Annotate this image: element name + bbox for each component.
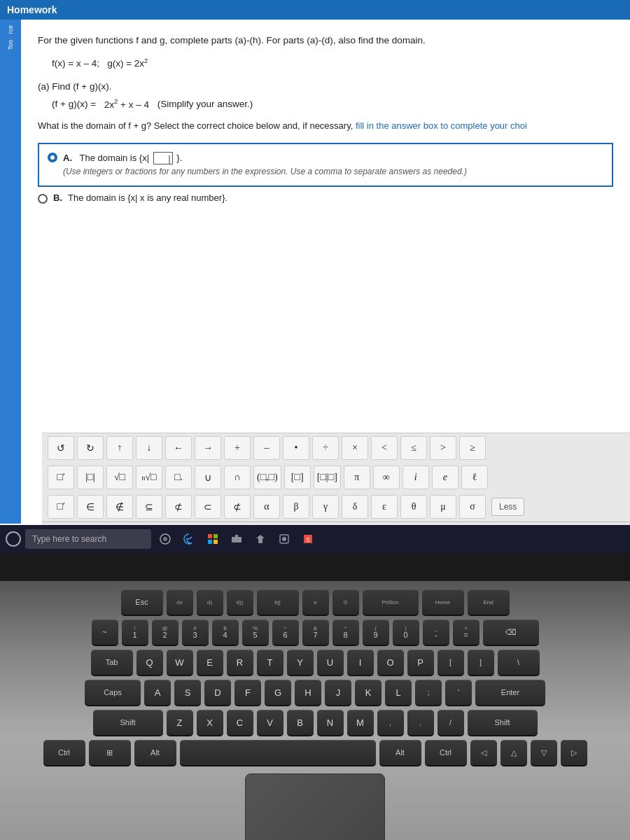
taskbar-cortana-icon[interactable] <box>155 529 175 549</box>
key-mu[interactable]: μ <box>430 495 456 519</box>
key-left[interactable]: ← <box>165 436 192 460</box>
key-minus[interactable]: – <box>253 436 280 460</box>
kb-key-play[interactable]: b|| <box>257 589 299 616</box>
kb-key-u[interactable]: U <box>317 650 344 676</box>
laptop-touchpad[interactable] <box>245 774 385 840</box>
kb-key-end[interactable]: End <box>468 589 510 616</box>
kb-key-ctrl-r[interactable]: Ctrl <box>425 740 467 766</box>
taskbar-app3-icon[interactable] <box>251 529 270 549</box>
kb-key-semicolon[interactable]: ; <box>415 680 442 706</box>
kb-key-vol-up[interactable]: d)) <box>227 589 253 616</box>
kb-key-backtick[interactable]: ~ <box>92 620 118 646</box>
less-button[interactable]: Less <box>491 498 524 516</box>
kb-key-q[interactable]: Q <box>136 650 163 676</box>
kb-key-prtscn[interactable]: PrtScn <box>363 589 419 616</box>
kb-key-arrow-left[interactable]: ◁ <box>470 740 497 766</box>
key-up[interactable]: ↑ <box>106 436 133 460</box>
key-subset[interactable]: ⊆ <box>136 495 162 519</box>
kb-key-v[interactable]: V <box>257 710 284 736</box>
key-prime[interactable]: □′ <box>48 465 74 489</box>
kb-key-o[interactable]: O <box>377 650 404 676</box>
key-notelem[interactable]: ∉ <box>106 495 133 519</box>
kb-key-esc[interactable]: Esc <box>121 589 163 616</box>
key-e[interactable]: e <box>432 465 458 489</box>
kb-key-a[interactable]: A <box>144 680 171 706</box>
key-leq[interactable]: ≤ <box>400 436 427 460</box>
kb-key-7[interactable]: &7 <box>302 620 329 646</box>
choice-b-radio[interactable] <box>38 194 48 204</box>
key-theta[interactable]: θ <box>400 495 427 519</box>
kb-key-arrow-down[interactable]: ▽ <box>531 740 557 766</box>
key-beta[interactable]: β <box>283 495 309 519</box>
key-geq[interactable]: ≥ <box>459 436 486 460</box>
choice-a-radio[interactable] <box>48 153 57 162</box>
taskbar-app4-icon[interactable] <box>274 529 294 549</box>
kb-key-s[interactable]: S <box>174 680 201 706</box>
key-bracket1[interactable]: [□] <box>284 465 311 489</box>
key-undo[interactable]: ↺ <box>48 436 74 460</box>
kb-key-caps[interactable]: Caps <box>85 680 141 706</box>
kb-key-rshift[interactable]: Shift <box>468 710 538 736</box>
key-mixed-interval[interactable]: [□|□] <box>314 465 341 489</box>
kb-key-period[interactable]: . <box>407 710 434 736</box>
kb-key-vol-down[interactable]: d) <box>197 589 223 616</box>
kb-key-equals[interactable]: += <box>453 620 479 646</box>
key-infinity[interactable]: ∞ <box>373 465 400 489</box>
kb-key-f[interactable]: F <box>234 680 261 706</box>
key-intersect[interactable]: ∩ <box>224 465 251 489</box>
key-epsilon[interactable]: ε <box>371 495 398 519</box>
kb-key-g[interactable]: G <box>265 680 291 706</box>
kb-key-t[interactable]: T <box>257 650 284 676</box>
key-ell[interactable]: ℓ <box>461 465 488 489</box>
kb-key-r[interactable]: R <box>227 650 253 676</box>
key-gt[interactable]: > <box>430 436 456 460</box>
kb-key-j[interactable]: J <box>325 680 351 706</box>
kb-key-tab[interactable]: Tab <box>91 650 133 676</box>
key-sqrt[interactable]: √□ <box>106 465 133 489</box>
kb-key-3[interactable]: #3 <box>182 620 209 646</box>
taskbar-app2-icon[interactable] <box>227 529 246 549</box>
kb-key-c[interactable]: C <box>227 710 253 736</box>
kb-key-rbracket[interactable]: ] <box>468 650 494 676</box>
key-pi[interactable]: π <box>344 465 370 489</box>
kb-key-4[interactable]: $4 <box>212 620 239 646</box>
kb-key-p[interactable]: P <box>407 650 434 676</box>
kb-key-quote[interactable]: ' <box>445 680 472 706</box>
kb-key-backspace[interactable]: ⌫ <box>483 620 539 646</box>
kb-key-k[interactable]: K <box>355 680 382 706</box>
kb-key-m[interactable]: M <box>347 710 374 736</box>
windows-start-button[interactable] <box>6 531 21 547</box>
kb-key-d[interactable]: D <box>204 680 231 706</box>
kb-key-1[interactable]: !1 <box>122 620 148 646</box>
kb-key-slash[interactable]: / <box>438 710 464 736</box>
kb-key-l[interactable]: L <box>385 680 412 706</box>
kb-key-8[interactable]: *8 <box>332 620 359 646</box>
key-lt[interactable]: < <box>371 436 398 460</box>
key-gamma[interactable]: γ <box>312 495 339 519</box>
key-notsubset[interactable]: ⊄ <box>165 495 192 519</box>
kb-key-y[interactable]: Y <box>287 650 314 676</box>
key-i[interactable]: i <box>402 465 429 489</box>
key-sigma[interactable]: σ <box>459 495 486 519</box>
kb-key-5[interactable]: %5 <box>242 620 269 646</box>
kb-key-b[interactable]: B <box>287 710 314 736</box>
kb-key-z[interactable]: Z <box>167 710 193 736</box>
key-strictsubset[interactable]: ⊂ <box>195 495 221 519</box>
kb-key-i[interactable]: I <box>347 650 374 676</box>
key-divide[interactable]: ÷ <box>312 436 339 460</box>
key-union[interactable]: ∪ <box>195 465 221 489</box>
kb-key-x[interactable]: X <box>197 710 223 736</box>
kb-key-9[interactable]: (9 <box>363 620 389 646</box>
key-dot2[interactable]: □. <box>165 465 192 489</box>
kb-key-mute[interactable]: dx <box>167 589 193 616</box>
kb-key-n[interactable]: N <box>317 710 344 736</box>
kb-key-arrow-up[interactable]: △ <box>500 740 527 766</box>
key-multiply[interactable]: × <box>342 436 368 460</box>
kb-key-backslash[interactable]: \ <box>498 650 540 676</box>
key-open-interval[interactable]: (□,□) <box>253 465 281 489</box>
key-right[interactable]: → <box>195 436 221 460</box>
key-elem[interactable]: ∈ <box>77 495 104 519</box>
kb-key-h[interactable]: H <box>295 680 321 706</box>
kb-key-lshift[interactable]: Shift <box>93 710 163 736</box>
choice-a-container[interactable]: A. The domain is {x| }. (Use integers or… <box>38 143 613 187</box>
